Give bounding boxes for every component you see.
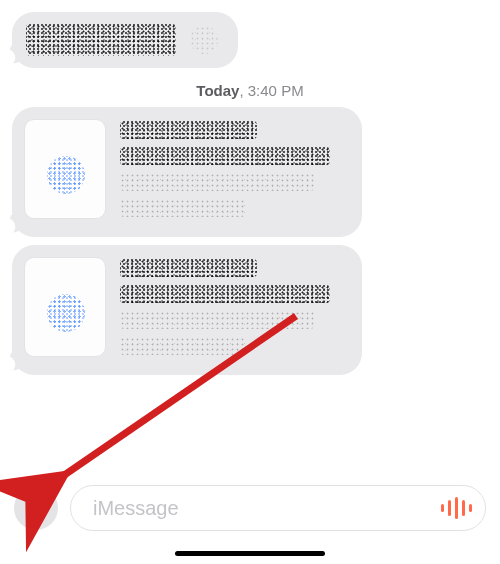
plus-button[interactable]	[14, 486, 58, 530]
message-field[interactable]	[70, 485, 486, 531]
timestamp-day: Today	[196, 82, 239, 99]
message-bubble-attachment[interactable]	[12, 107, 362, 237]
attachment-thumbnail[interactable]	[24, 257, 106, 357]
redacted-thumbnail	[47, 294, 85, 332]
redacted-text	[120, 285, 330, 303]
redacted-text	[120, 121, 257, 139]
voice-message-button[interactable]	[441, 493, 471, 523]
redacted-text	[120, 337, 245, 355]
redacted-text	[26, 24, 176, 56]
redacted-text	[190, 26, 218, 54]
message-bubble-attachment[interactable]	[12, 245, 362, 375]
timestamp-time: 3:40 PM	[248, 82, 304, 99]
waveform-icon	[439, 497, 474, 519]
chat-thread: Today, 3:40 PM	[0, 0, 500, 469]
home-indicator[interactable]	[175, 551, 325, 556]
message-bubble-incoming[interactable]	[12, 12, 238, 68]
redacted-text	[120, 199, 245, 217]
timestamp-separator: Today, 3:40 PM	[12, 82, 488, 99]
redacted-text	[120, 147, 330, 165]
redacted-text	[120, 311, 314, 329]
attachment-thumbnail[interactable]	[24, 119, 106, 219]
redacted-thumbnail	[47, 156, 85, 194]
composer-bar	[0, 482, 500, 534]
message-input[interactable]	[91, 496, 441, 521]
plus-icon	[25, 495, 47, 521]
redacted-text	[120, 259, 257, 277]
redacted-text	[120, 173, 314, 191]
